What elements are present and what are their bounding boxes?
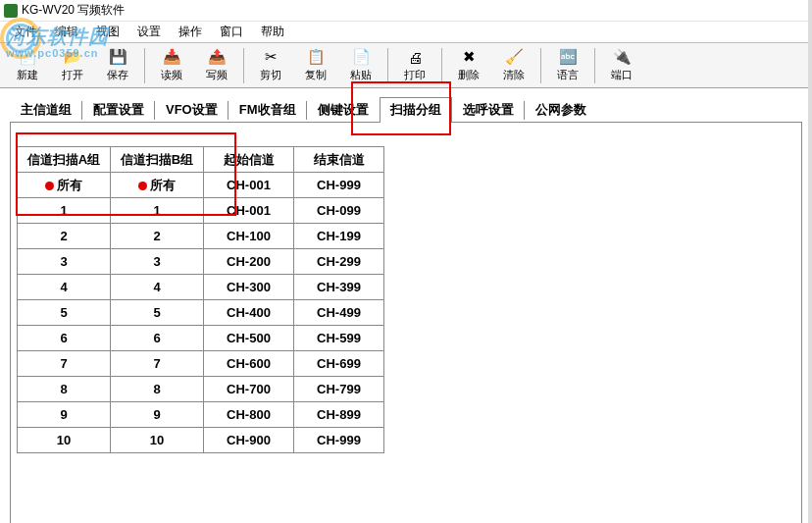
menu-窗口[interactable]: 窗口 (212, 22, 251, 42)
cell[interactable]: 8 (18, 377, 111, 402)
table-row[interactable]: 66CH-500CH-599 (18, 326, 384, 351)
toolbar-cut-button[interactable]: ✂剪切 (249, 45, 292, 86)
cell[interactable]: 10 (18, 428, 111, 453)
toolbar-read-label: 读频 (161, 68, 182, 82)
toolbar-lang-button[interactable]: 🔤语言 (546, 45, 589, 86)
table-row[interactable]: 77CH-600CH-699 (18, 351, 384, 377)
toolbar-port-button[interactable]: 🔌端口 (600, 45, 643, 86)
cell[interactable]: CH-999 (294, 428, 384, 453)
toolbar-paste-button[interactable]: 📄粘贴 (339, 45, 382, 86)
cell[interactable]: 8 (111, 377, 204, 402)
tab-sidekey[interactable]: 侧键设置 (307, 97, 380, 123)
toolbar-new-button[interactable]: 📄新建 (6, 45, 49, 86)
table-row[interactable]: 99CH-800CH-899 (18, 402, 384, 428)
tab-scan-group[interactable]: 扫描分组 (380, 97, 452, 123)
table-row[interactable]: 88CH-700CH-799 (18, 377, 384, 402)
tab-main-chan[interactable]: 主信道组 (10, 97, 82, 123)
toolbar-save-button[interactable]: 💾保存 (96, 45, 139, 86)
cell[interactable]: 3 (111, 249, 204, 275)
menu-文件[interactable]: 文件 (6, 22, 45, 42)
cell[interactable]: 所有 (111, 173, 204, 198)
table-row[interactable]: 33CH-200CH-299 (18, 249, 384, 275)
cell[interactable]: CH-899 (294, 402, 384, 428)
cell[interactable]: 9 (18, 402, 111, 428)
cell[interactable]: 4 (18, 275, 111, 300)
cell[interactable]: 5 (111, 300, 204, 326)
cell[interactable]: CH-599 (294, 326, 384, 351)
menu-编辑[interactable]: 编辑 (47, 22, 86, 42)
cell[interactable]: CH-200 (204, 249, 294, 275)
col-header[interactable]: 起始信道 (204, 147, 294, 173)
cell[interactable]: 5 (18, 300, 111, 326)
col-header[interactable]: 信道扫描B组 (111, 147, 204, 173)
cell[interactable]: CH-199 (294, 224, 384, 249)
write-icon: 📤 (207, 48, 227, 66)
tab-vfo[interactable]: VFO设置 (155, 97, 228, 123)
toolbar-clear-button[interactable]: 🧹清除 (492, 45, 535, 86)
col-header[interactable]: 结束信道 (294, 147, 384, 173)
tab-config[interactable]: 配置设置 (82, 97, 155, 123)
cell[interactable]: 2 (111, 224, 204, 249)
cell[interactable]: CH-699 (294, 351, 384, 377)
cell[interactable]: 1 (111, 198, 204, 224)
scrollbar-edge (808, 0, 812, 523)
cell[interactable]: CH-500 (204, 326, 294, 351)
cell[interactable]: 7 (111, 351, 204, 377)
cell[interactable]: 10 (111, 428, 204, 453)
toolbar-paste-label: 粘贴 (350, 68, 372, 82)
toolbar-open-button[interactable]: 📂打开 (51, 45, 94, 86)
toolbar-delete-label: 删除 (458, 68, 480, 82)
tab-pubnet[interactable]: 公网参数 (525, 97, 597, 123)
table-row[interactable]: 22CH-100CH-199 (18, 224, 384, 249)
cell[interactable]: CH-400 (204, 300, 294, 326)
cell[interactable]: 6 (18, 326, 111, 351)
toolbar-port-label: 端口 (611, 68, 633, 82)
cell[interactable]: CH-800 (204, 402, 294, 428)
toolbar-write-button[interactable]: 📤写频 (195, 45, 238, 86)
menu-操作[interactable]: 操作 (171, 22, 210, 42)
cell[interactable]: CH-099 (294, 198, 384, 224)
cell[interactable]: CH-700 (204, 377, 294, 402)
table-row[interactable]: 所有所有CH-001CH-999 (18, 173, 384, 198)
cell[interactable]: CH-600 (204, 351, 294, 377)
cell[interactable]: CH-001 (204, 173, 294, 198)
cell[interactable]: 9 (111, 402, 204, 428)
tab-fm[interactable]: FM收音组 (228, 97, 307, 123)
new-icon: 📄 (18, 48, 37, 66)
cell[interactable]: 7 (18, 351, 111, 377)
cell[interactable]: 3 (18, 249, 111, 275)
window-title: KG-WV20 写频软件 (22, 2, 125, 19)
cell[interactable]: CH-900 (204, 428, 294, 453)
cell[interactable]: 所有 (18, 173, 111, 198)
menu-视图[interactable]: 视图 (88, 22, 127, 42)
menu-帮助[interactable]: 帮助 (253, 22, 292, 42)
cell[interactable]: 1 (18, 198, 111, 224)
toolbar-separator (144, 48, 145, 83)
cell[interactable]: CH-799 (294, 377, 384, 402)
cell[interactable]: CH-999 (294, 173, 384, 198)
print-icon: 🖨 (405, 48, 425, 66)
cell[interactable]: CH-300 (204, 275, 294, 300)
table-row[interactable]: 55CH-400CH-499 (18, 300, 384, 326)
menu-设置[interactable]: 设置 (129, 22, 169, 42)
toolbar-read-button[interactable]: 📥读频 (150, 45, 193, 86)
col-header[interactable]: 信道扫描A组 (18, 147, 111, 173)
cell[interactable]: CH-100 (204, 224, 294, 249)
table-row[interactable]: 1010CH-900CH-999 (18, 428, 384, 453)
toolbar-new-label: 新建 (17, 68, 38, 82)
toolbar-delete-button[interactable]: ✖删除 (447, 45, 490, 86)
cell[interactable]: CH-399 (294, 275, 384, 300)
cell[interactable]: 6 (111, 326, 204, 351)
table-row[interactable]: 11CH-001CH-099 (18, 198, 384, 224)
save-icon: 💾 (108, 48, 127, 66)
table-row[interactable]: 44CH-300CH-399 (18, 275, 384, 300)
toolbar-copy-button[interactable]: 📋复制 (294, 45, 337, 86)
toolbar-print-button[interactable]: 🖨打印 (393, 45, 436, 86)
tab-container: 主信道组配置设置VFO设置FM收音组侧键设置扫描分组选呼设置公网参数 信道扫描A… (0, 88, 812, 523)
cell[interactable]: 2 (18, 224, 111, 249)
cell[interactable]: CH-299 (294, 249, 384, 275)
cell[interactable]: CH-499 (294, 300, 384, 326)
cell[interactable]: 4 (111, 275, 204, 300)
cell[interactable]: CH-001 (204, 198, 294, 224)
tab-selcall[interactable]: 选呼设置 (452, 97, 525, 123)
